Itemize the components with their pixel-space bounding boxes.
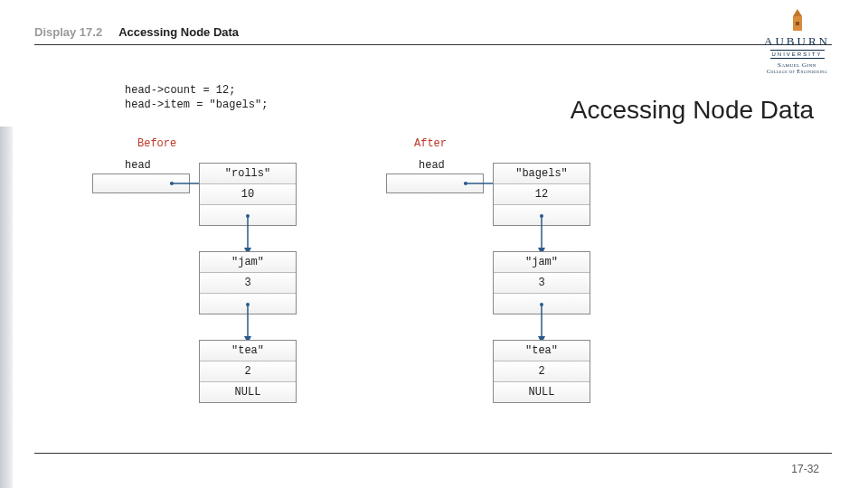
svg-point-14 (464, 182, 467, 185)
node-count: 12 (494, 184, 590, 205)
svg-point-5 (170, 182, 174, 185)
arrow-down-icon (242, 302, 253, 343)
auburn-logo: AUBURN UNIVERSITY Samuel Ginn College of… (764, 9, 830, 74)
node-item: "rolls" (200, 164, 296, 184)
node-3: "tea" 2 NULL (199, 340, 297, 403)
display-label: Display 17.2 (34, 25, 102, 39)
node-count: 10 (200, 184, 296, 205)
node-item: "tea" (494, 341, 590, 361)
tower-icon (789, 9, 806, 33)
before-label: Before (137, 137, 176, 150)
slide-title: Accessing Node Data (571, 96, 814, 125)
after-label: After (414, 137, 447, 150)
logo-sub-text: UNIVERSITY (770, 50, 825, 59)
head-label: head (419, 159, 445, 172)
node-item: "jam" (200, 252, 296, 273)
node-item: "tea" (200, 341, 296, 361)
arrow-down-icon (242, 213, 253, 255)
svg-rect-2 (796, 22, 799, 25)
left-gradient-strip (0, 127, 13, 488)
node-next-null: NULL (494, 382, 590, 402)
logo-main-text: AUBURN (764, 34, 830, 49)
node-item: "bagels" (494, 164, 590, 184)
header-bar: Display 17.2 Accessing Node Data (34, 25, 832, 45)
arrow-down-icon (536, 213, 547, 255)
node-item: "jam" (494, 252, 590, 273)
code-snippet: head->count = 12; head->item = "bagels"; (125, 83, 268, 112)
logo-college-line1: Samuel Ginn (764, 61, 830, 69)
head-label: head (125, 159, 151, 172)
header-title: Accessing Node Data (118, 25, 239, 39)
page-number: 17-32 (791, 463, 819, 475)
node-count: 2 (494, 361, 590, 382)
svg-marker-1 (793, 9, 802, 16)
node-3: "tea" 2 NULL (493, 340, 590, 403)
node-count: 3 (200, 273, 296, 294)
logo-college-line2: College of Engineering (764, 69, 830, 74)
node-count: 3 (494, 273, 590, 294)
node-next-null: NULL (200, 382, 296, 402)
node-count: 2 (200, 361, 296, 382)
code-line-1: head->count = 12; (125, 84, 235, 97)
code-line-2: head->item = "bagels"; (125, 99, 268, 111)
footer-rule (34, 453, 832, 454)
arrow-down-icon (536, 302, 547, 343)
